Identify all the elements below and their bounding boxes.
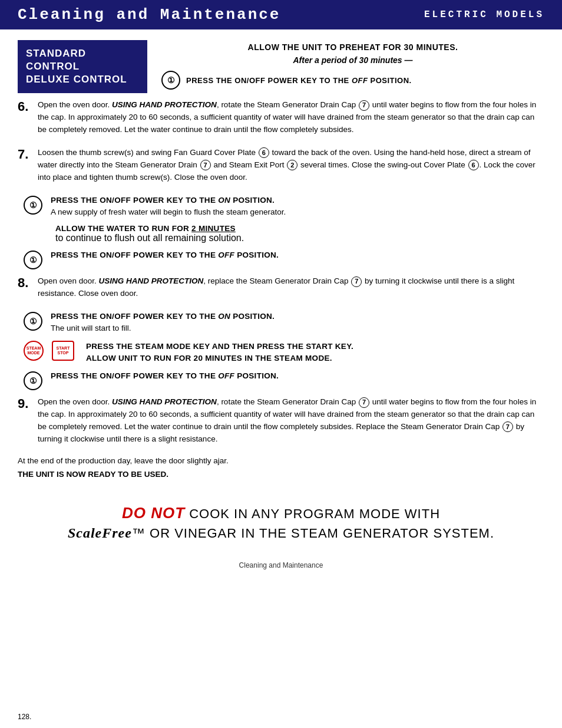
steam-mode-bold: PRESS THE STEAM MODE KEY AND THEN PRESS … — [86, 341, 544, 353]
press-off-3-text: PRESS THE ON/OFF POWER KEY TO THE OFF PO… — [51, 370, 544, 382]
press-off-2-text: PRESS THE ON/OFF POWER KEY TO THE OFF PO… — [51, 249, 544, 261]
sub-on-instruction: ① PRESS THE ON/OFF POWER KEY TO THE ON P… — [18, 195, 544, 219]
sub-on-2-text: PRESS THE ON/OFF POWER KEY TO THE ON POS… — [51, 311, 544, 335]
control-box: STANDARD CONTROL DELUXE CONTROL — [18, 40, 147, 93]
press-off-2-bold: PRESS THE ON/OFF POWER KEY TO THE OFF PO… — [51, 249, 544, 261]
final-warning: DO NOT COOK IN ANY PROGRAM MODE WITH Sca… — [35, 496, 527, 549]
sub-on-2-normal: The unit will start to fill. — [51, 322, 544, 334]
power-on-icon: ① — [24, 196, 42, 215]
press-off-text: PRESS THE ON/OFF POWER KEY TO THE OFF PO… — [186, 76, 412, 85]
header-title: Cleaning and Maintenance — [18, 6, 280, 24]
warning-text1: COOK IN ANY PROGRAM MODE WITH — [189, 506, 440, 521]
step-9-number: 9. — [18, 396, 34, 411]
tm-symbol: ™ — [132, 526, 146, 541]
steam-mode-instruction: STEAMMODE START STOP PRESS THE STEAM MOD… — [18, 341, 544, 365]
after-text: After a period of 30 minutes — — [161, 55, 544, 65]
main-content: 6. Open the oven door. USING HAND PROTEC… — [0, 99, 562, 549]
power-on-2-icon: ① — [24, 312, 42, 331]
intro-area: STANDARD CONTROL DELUXE CONTROL ALLOW TH… — [0, 40, 562, 99]
warning-line2: ScaleFree™ OR VINEGAR IN THE STEAM GENER… — [35, 523, 527, 543]
allow-water-text: ALLOW THE WATER TO RUN FOR 2 MINUTES — [55, 224, 544, 233]
steam-mode-normal: ALLOW UNIT TO RUN FOR 20 MINUTES IN THE … — [86, 353, 544, 364]
footer-text: Cleaning and Maintenance — [239, 561, 323, 569]
step-6: 6. Open the oven door. USING HAND PROTEC… — [18, 99, 544, 136]
page: Cleaning and Maintenance ELECTRIC MODELS… — [0, 0, 562, 728]
step-6-number: 6. — [18, 99, 34, 114]
allow-water-sub: to continue to flush out all remaining s… — [55, 233, 544, 243]
step-8-text: Open oven door. USING HAND PROTECTION, r… — [38, 275, 544, 300]
header-subtitle: ELECTRIC MODELS — [424, 9, 544, 20]
warning-line1: DO NOT COOK IN ANY PROGRAM MODE WITH — [35, 502, 527, 523]
ready-text: THE UNIT IS NOW READY TO BE USED. — [18, 470, 544, 479]
step-9: 9. Open the oven door. USING HAND PROTEC… — [18, 396, 544, 446]
scale-free-text: ScaleFree — [68, 525, 132, 541]
start-text: START — [57, 346, 70, 351]
power-off-3-icon: ① — [24, 371, 42, 390]
steam-icon-inner: STEAMMODE — [27, 346, 41, 355]
page-header: Cleaning and Maintenance ELECTRIC MODELS — [0, 0, 562, 29]
do-not-text: DO NOT — [122, 504, 185, 522]
page-number: 128. — [18, 713, 31, 721]
sub-on-2-instruction: ① PRESS THE ON/OFF POWER KEY TO THE ON P… — [18, 311, 544, 335]
step-9-text: Open the oven door. USING HAND PROTECTIO… — [38, 396, 544, 446]
step-8: 8. Open oven door. USING HAND PROTECTION… — [18, 275, 544, 300]
step-7-number: 7. — [18, 147, 34, 162]
power-off-2-icon: ① — [24, 251, 42, 269]
press-off-2-instruction: ① PRESS THE ON/OFF POWER KEY TO THE OFF … — [18, 249, 544, 269]
allow-water-block: ALLOW THE WATER TO RUN FOR 2 MINUTES to … — [18, 224, 544, 243]
step-6-text: Open the oven door. USING HAND PROTECTIO… — [38, 99, 544, 136]
stop-text: STOP — [58, 351, 69, 355]
preheat-text: ALLOW THE UNIT TO PREHEAT FOR 30 MINUTES… — [161, 42, 544, 52]
press-off-3-bold: PRESS THE ON/OFF POWER KEY TO THE OFF PO… — [51, 370, 544, 382]
control-line1: STANDARD CONTROL — [26, 47, 139, 73]
step-7-text: Loosen the thumb screw(s) and swing Fan … — [38, 147, 544, 184]
sub-on-text: PRESS THE ON/OFF POWER KEY TO THE ON POS… — [51, 195, 544, 219]
intro-right: ALLOW THE UNIT TO PREHEAT FOR 30 MINUTES… — [161, 40, 544, 90]
press-off-3-instruction: ① PRESS THE ON/OFF POWER KEY TO THE OFF … — [18, 370, 544, 390]
steam-mode-icon: STEAMMODE — [24, 341, 44, 361]
press-off-row: ① PRESS THE ON/OFF POWER KEY TO THE OFF … — [161, 71, 544, 90]
steam-mode-text: PRESS THE STEAM MODE KEY AND THEN PRESS … — [86, 341, 544, 365]
footer-center: Cleaning and Maintenance — [0, 561, 562, 569]
step-7: 7. Loosen the thumb screw(s) and swing F… — [18, 147, 544, 184]
power-icon: ① — [161, 71, 180, 90]
ajar-text: At the end of the production day, leave … — [18, 456, 544, 465]
step-8-number: 8. — [18, 275, 34, 291]
sub-on-2-bold: PRESS THE ON/OFF POWER KEY TO THE ON POS… — [51, 311, 544, 322]
start-stop-icon: START STOP — [52, 341, 74, 361]
control-line2: DELUXE CONTROL — [26, 73, 139, 86]
sub-on-bold: PRESS THE ON/OFF POWER KEY TO THE ON POS… — [51, 195, 544, 206]
sub-on-normal: A new supply of fresh water will begin t… — [51, 206, 544, 218]
